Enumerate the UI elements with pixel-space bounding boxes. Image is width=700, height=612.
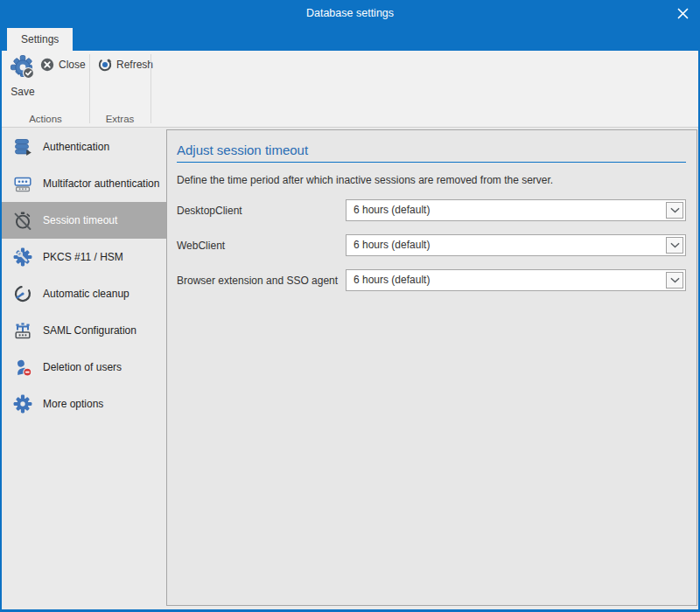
field-row-webclient: WebClient 6 hours (default) <box>177 234 686 256</box>
sidebar-item-pkcs11-hsm[interactable]: PKCS #11 / HSM <box>2 239 166 275</box>
close-icon <box>677 8 689 19</box>
close-button[interactable]: Close <box>37 56 89 73</box>
browser-extension-label: Browser extension and SSO agent <box>177 275 346 287</box>
webclient-timeout-select[interactable]: 6 hours (default) <box>346 234 686 256</box>
close-button-label: Close <box>59 59 86 71</box>
user-remove-icon <box>11 356 34 379</box>
browser-extension-timeout-select[interactable]: 6 hours (default) <box>346 269 686 291</box>
sidebar-item-label: More options <box>43 398 103 410</box>
sidebar-item-label: PKCS #11 / HSM <box>43 251 123 263</box>
saml-flow-icon <box>11 319 34 342</box>
ribbon-tabstrip: Settings <box>0 26 700 51</box>
sidebar-item-session-timeout[interactable]: Session timeout <box>2 202 166 239</box>
database-settings-window: Database settings Settings <box>0 0 700 612</box>
close-circle-icon <box>40 58 54 72</box>
sidebar-item-label: Multifactor authentication <box>43 177 159 190</box>
refresh-button-label: Refresh <box>116 59 153 71</box>
gear-icon <box>11 393 34 415</box>
sidebar-item-deletion-of-users[interactable]: Deletion of users <box>2 349 166 386</box>
chevron-down-icon[interactable] <box>666 202 683 219</box>
window-body: Authentication Multifactor authen <box>2 129 698 609</box>
sidebar-item-label: Deletion of users <box>43 361 122 373</box>
field-row-desktopclient: DesktopClient 6 hours (default) <box>177 199 686 221</box>
ribbon: Save Close Refresh Actions Extras <box>2 51 698 128</box>
sidebar: Authentication Multifactor authen <box>2 129 166 609</box>
content-panel: Adjust session timeout Define the time p… <box>166 129 697 606</box>
browser-extension-timeout-value: 6 hours (default) <box>346 270 685 290</box>
chevron-down-icon[interactable] <box>666 272 683 289</box>
stopwatch-off-icon <box>11 209 34 232</box>
desktopclient-label: DesktopClient <box>177 205 346 217</box>
gear-key-icon <box>11 246 34 268</box>
save-button-label: Save <box>4 86 41 98</box>
ribbon-group-actions: Actions <box>2 114 89 124</box>
refresh-icon <box>98 58 112 72</box>
sidebar-item-label: SAML Configuration <box>43 324 136 337</box>
gauge-icon <box>11 282 34 305</box>
sidebar-item-automatic-cleanup[interactable]: Automatic cleanup <box>2 275 166 312</box>
sidebar-item-authentication[interactable]: Authentication <box>2 129 166 165</box>
webclient-timeout-value: 6 hours (default) <box>346 235 685 255</box>
database-icon <box>11 136 34 158</box>
save-gear-check-icon <box>10 54 36 80</box>
keypad-icon <box>11 172 34 195</box>
desktopclient-timeout-value: 6 hours (default) <box>346 200 685 220</box>
section-description: Define the time period after which inact… <box>177 174 686 186</box>
titlebar: Database settings <box>0 0 700 26</box>
refresh-button[interactable]: Refresh <box>94 56 157 73</box>
save-button[interactable]: Save <box>4 54 41 105</box>
sidebar-item-multifactor-authentication[interactable]: Multifactor authentication <box>2 165 166 202</box>
heading-rule <box>177 162 686 163</box>
sidebar-item-more-options[interactable]: More options <box>2 386 166 422</box>
chevron-down-icon[interactable] <box>666 237 683 254</box>
sidebar-item-saml-configuration[interactable]: SAML Configuration <box>2 312 166 349</box>
page-title: Adjust session timeout <box>177 143 686 157</box>
tab-settings[interactable]: Settings <box>7 28 73 51</box>
field-row-browser-extension: Browser extension and SSO agent 6 hours … <box>177 269 686 291</box>
window-close-button[interactable] <box>676 6 690 20</box>
ribbon-group-extras: Extras <box>89 114 150 124</box>
window-title: Database settings <box>0 0 700 26</box>
sidebar-item-label: Session timeout <box>43 214 117 226</box>
sidebar-item-label: Authentication <box>43 141 109 153</box>
webclient-label: WebClient <box>177 240 346 252</box>
ribbon-separator <box>150 54 151 123</box>
sidebar-item-label: Automatic cleanup <box>43 288 130 300</box>
desktopclient-timeout-select[interactable]: 6 hours (default) <box>346 199 686 221</box>
